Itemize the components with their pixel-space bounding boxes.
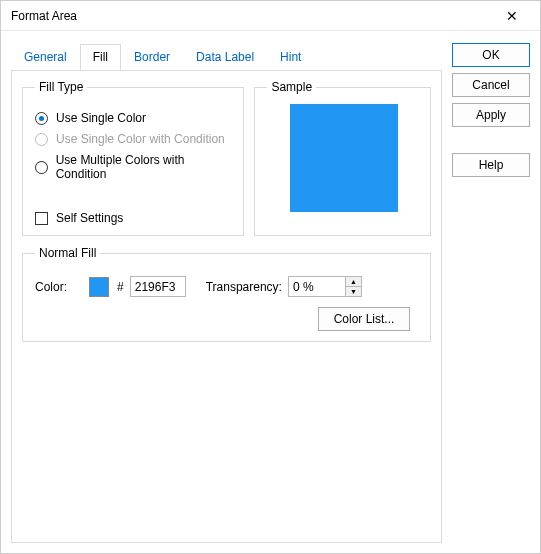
tab-fill[interactable]: Fill xyxy=(80,44,121,70)
sample-legend: Sample xyxy=(267,80,316,94)
radio-single-color[interactable]: Use Single Color xyxy=(35,111,233,125)
hash-label: # xyxy=(117,280,124,294)
top-row: Fill Type Use Single Color Use Single Co… xyxy=(22,80,431,236)
titlebar: Format Area ✕ xyxy=(1,1,540,31)
tab-general[interactable]: General xyxy=(11,44,80,70)
dialog-window: Format Area ✕ General Fill Border Data L… xyxy=(0,0,541,554)
radio-icon xyxy=(35,112,48,125)
cancel-button[interactable]: Cancel xyxy=(452,73,530,97)
spinner-down[interactable]: ▼ xyxy=(346,287,361,296)
dialog-body: General Fill Border Data Label Hint Fill… xyxy=(1,31,540,553)
radio-label: Use Multiple Colors with Condition xyxy=(56,153,234,181)
radio-icon xyxy=(35,133,48,146)
dialog-buttons: OK Cancel Apply Help xyxy=(442,43,530,543)
ok-button[interactable]: OK xyxy=(452,43,530,67)
radio-icon xyxy=(35,161,48,174)
sample-swatch xyxy=(290,104,398,212)
radio-label: Use Single Color with Condition xyxy=(56,132,225,146)
sample-group: Sample xyxy=(254,80,431,236)
tab-data-label[interactable]: Data Label xyxy=(183,44,267,70)
tab-hint[interactable]: Hint xyxy=(267,44,314,70)
normal-fill-group: Normal Fill Color: # Transparency: ▲ ▼ xyxy=(22,246,431,342)
tab-panel: Fill Type Use Single Color Use Single Co… xyxy=(11,70,442,543)
fill-type-legend: Fill Type xyxy=(35,80,87,94)
color-label: Color: xyxy=(35,280,67,294)
self-settings-checkbox[interactable]: Self Settings xyxy=(35,211,233,225)
checkbox-icon xyxy=(35,212,48,225)
close-button[interactable]: ✕ xyxy=(492,2,532,30)
tab-border[interactable]: Border xyxy=(121,44,183,70)
help-button[interactable]: Help xyxy=(452,153,530,177)
main-pane: General Fill Border Data Label Hint Fill… xyxy=(11,43,442,543)
tab-strip: General Fill Border Data Label Hint xyxy=(11,44,442,71)
color-list-button[interactable]: Color List... xyxy=(318,307,410,331)
checkbox-label: Self Settings xyxy=(56,211,123,225)
transparency-input[interactable] xyxy=(289,277,345,296)
color-swatch[interactable] xyxy=(89,277,109,297)
spinner-up[interactable]: ▲ xyxy=(346,277,361,287)
normal-fill-legend: Normal Fill xyxy=(35,246,100,260)
transparency-label: Transparency: xyxy=(206,280,282,294)
apply-button[interactable]: Apply xyxy=(452,103,530,127)
radio-multiple-colors-condition[interactable]: Use Multiple Colors with Condition xyxy=(35,153,233,181)
transparency-spinner[interactable]: ▲ ▼ xyxy=(288,276,362,297)
close-icon: ✕ xyxy=(506,9,518,23)
color-list-row: Color List... xyxy=(35,307,420,331)
normal-fill-row: Color: # Transparency: ▲ ▼ xyxy=(35,276,420,297)
color-hex-input[interactable] xyxy=(130,276,186,297)
spinner-buttons: ▲ ▼ xyxy=(345,277,361,296)
radio-label: Use Single Color xyxy=(56,111,146,125)
radio-single-color-condition: Use Single Color with Condition xyxy=(35,132,233,146)
fill-type-group: Fill Type Use Single Color Use Single Co… xyxy=(22,80,244,236)
window-title: Format Area xyxy=(11,9,492,23)
spacer xyxy=(452,133,530,147)
